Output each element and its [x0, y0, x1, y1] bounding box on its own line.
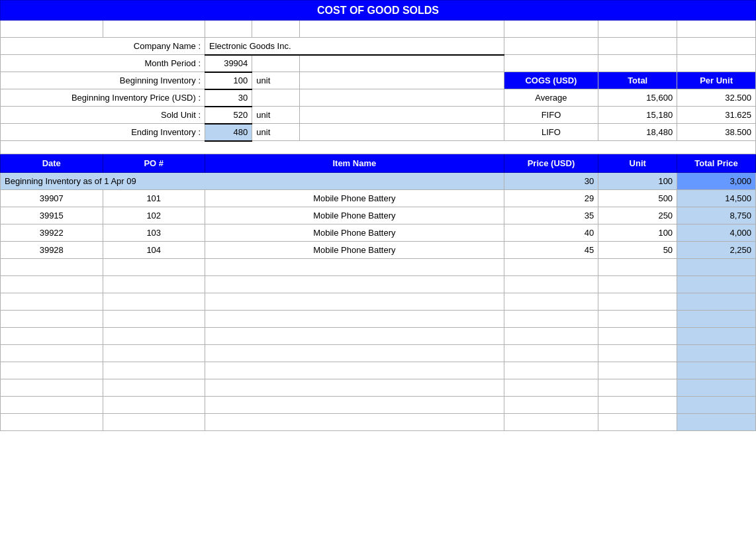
- table-row: 39915 102 Mobile Phone Battery 35 250 8,…: [1, 207, 756, 224]
- spreadsheet: COST OF GOOD SOLDS Company Name : Electr…: [0, 0, 756, 431]
- lifo-label: LIFO: [504, 124, 598, 141]
- table-row: 39928 104 Mobile Phone Battery 45 50 2,2…: [1, 242, 756, 259]
- total-header: Total: [598, 72, 677, 89]
- po-col-header: PO #: [103, 154, 205, 173]
- unit-cell-1: 250: [598, 207, 677, 224]
- date-cell: 39907: [1, 190, 103, 207]
- empty-row: [1, 397, 756, 414]
- po-cell: 103: [103, 224, 205, 242]
- month-period-row: Month Period : 39904: [1, 55, 756, 72]
- unit-cell-0: 500: [598, 190, 677, 207]
- title-row: COST OF GOOD SOLDS: [1, 1, 756, 21]
- fifo-per-unit: 31.625: [677, 107, 756, 124]
- main-table-header: Date PO # Item Name Price (USD) Unit Tot…: [1, 154, 756, 173]
- lifo-total: 18,480: [598, 124, 677, 141]
- beginning-inventory-row: Beginning Inventory : 100 unit COGS (USD…: [1, 72, 756, 89]
- empty-row: [1, 311, 756, 328]
- fifo-label: FIFO: [504, 107, 598, 124]
- table-row: 39922 103 Mobile Phone Battery 40 100 4,…: [1, 224, 756, 242]
- ending-inv-unit: unit: [252, 124, 299, 141]
- total-price-col-header: Total Price: [677, 154, 756, 173]
- po-cell: 104: [103, 242, 205, 259]
- title: COST OF GOOD SOLDS: [1, 1, 756, 21]
- beg-inv-unit: unit: [252, 72, 299, 89]
- empty-row: [1, 362, 756, 379]
- sold-unit-value: 520: [205, 107, 252, 124]
- table-row: 39907 101 Mobile Phone Battery 29 500 14…: [1, 190, 756, 207]
- average-total: 15,600: [598, 89, 677, 107]
- empty-row: [1, 379, 756, 397]
- item-cell: Mobile Phone Battery: [205, 224, 504, 242]
- total-cell: 14,500: [677, 190, 756, 207]
- total-cell: 4,000: [677, 224, 756, 242]
- po-cell: 102: [103, 207, 205, 224]
- total-cell: 2,250: [677, 242, 756, 259]
- separator-row: [1, 141, 756, 154]
- price-cell: 40: [504, 224, 598, 242]
- average-per-unit: 32.500: [677, 89, 756, 107]
- company-value: Electronic Goods Inc.: [205, 38, 504, 55]
- lifo-per-unit: 38.500: [677, 124, 756, 141]
- ending-inv-label: Ending Inventory :: [1, 124, 205, 141]
- ending-inv-value: 480: [205, 124, 252, 141]
- item-cell: Mobile Phone Battery: [205, 242, 504, 259]
- empty-row: [1, 414, 756, 431]
- date-cell: 39928: [1, 242, 103, 259]
- price-cell: 35: [504, 207, 598, 224]
- company-row: Company Name : Electronic Goods Inc.: [1, 38, 756, 55]
- po-cell: 101: [103, 190, 205, 207]
- total-cell: 8,750: [677, 207, 756, 224]
- empty-row: [1, 259, 756, 276]
- month-period-label: Month Period :: [1, 55, 205, 72]
- sold-unit-row: Sold Unit : 520 unit FIFO 15,180 31.625: [1, 107, 756, 124]
- beg-inv-value: 100: [205, 72, 252, 89]
- price-col-header: Price (USD): [504, 154, 598, 173]
- month-period-value: 39904: [205, 55, 252, 72]
- date-cell: 39922: [1, 224, 103, 242]
- per-unit-header: Per Unit: [677, 72, 756, 89]
- empty-row: [1, 345, 756, 362]
- sold-unit-label: Sold Unit :: [1, 107, 205, 124]
- unit-col-header: Unit: [598, 154, 677, 173]
- company-label: Company Name :: [1, 38, 205, 55]
- date-col-header: Date: [1, 154, 103, 173]
- beg-inv-as-of-row: Beginning Inventory as of 1 Apr 09 30 10…: [1, 173, 756, 190]
- sold-unit-unit: unit: [252, 107, 299, 124]
- item-name-col-header: Item Name: [205, 154, 504, 173]
- average-label: Average: [504, 89, 598, 107]
- beg-inv-label: Beginning Inventory :: [1, 72, 205, 89]
- price-cell: 45: [504, 242, 598, 259]
- beg-inv-as-of-total: 3,000: [677, 173, 756, 190]
- spacer-row-1: [1, 21, 756, 38]
- empty-row: [1, 293, 756, 311]
- unit-cell-2: 100: [598, 224, 677, 242]
- empty-row: [1, 276, 756, 293]
- price-cell: 29: [504, 190, 598, 207]
- beg-inv-price-label: Beginning Inventory Price (USD) :: [1, 89, 205, 107]
- item-cell: Mobile Phone Battery: [205, 190, 504, 207]
- ending-inventory-row: Ending Inventory : 480 unit LIFO 18,480 …: [1, 124, 756, 141]
- beg-inv-price-row: Beginning Inventory Price (USD) : 30 Ave…: [1, 89, 756, 107]
- beg-inv-as-of-unit: 100: [598, 173, 677, 190]
- empty-row: [1, 328, 756, 345]
- unit-cell-3: 50: [598, 242, 677, 259]
- beg-inv-as-of-label: Beginning Inventory as of 1 Apr 09: [1, 173, 504, 190]
- fifo-total: 15,180: [598, 107, 677, 124]
- item-cell: Mobile Phone Battery: [205, 207, 504, 224]
- beg-inv-as-of-price: 30: [504, 173, 598, 190]
- beg-inv-price-value: 30: [205, 89, 252, 107]
- date-cell: 39915: [1, 207, 103, 224]
- cogs-usd-header: COGS (USD): [504, 72, 598, 89]
